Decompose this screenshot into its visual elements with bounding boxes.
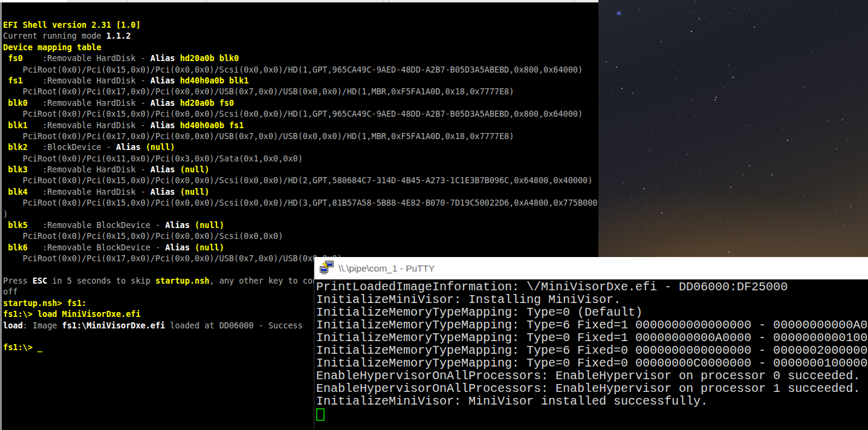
efi-terminal-line: blk5 :Removable BlockDevice - Alias (nul… xyxy=(3,220,598,230)
putty-app-icon xyxy=(320,261,334,276)
putty-titlebar[interactable]: \\.\pipe\com_1 - PuTTY xyxy=(314,257,868,279)
putty-terminal-line: InitializeMemoryTypeMapping: Type=6 Fixe… xyxy=(316,319,868,331)
efi-terminal-line: PciRoot(0x0)/Pci(0x17,0x0)/Pci(0x0,0x0)/… xyxy=(3,131,598,142)
efi-terminal-line: EFI Shell version 2.31 [1.0] xyxy=(3,19,598,30)
putty-window: \\.\pipe\com_1 - PuTTY PrintLoadedImageI… xyxy=(314,257,868,430)
efi-terminal-line: blk2 :BlockDevice - Alias (null) xyxy=(3,142,598,152)
efi-terminal-line: Current running mode 1.1.2 xyxy=(3,30,598,41)
efi-terminal-line: blk3 :Removable HardDisk - Alias (null) xyxy=(3,164,598,175)
putty-terminal[interactable]: PrintLoadedImageInformation: \/MiniVisor… xyxy=(314,279,868,430)
putty-terminal-line: InitializeMiniVisor: Installing MiniViso… xyxy=(316,293,868,306)
efi-terminal-line: PciRoot(0x0)/Pci(0x11,0x0)/Pci(0x3,0x0)/… xyxy=(3,153,598,164)
efi-terminal-line: PciRoot(0x0)/Pci(0x15,0x0)/Pci(0x0,0x0)/… xyxy=(3,197,598,208)
bright-blue-star xyxy=(618,12,620,15)
efi-terminal-line: blk4 :Removable HardDisk - Alias (null) xyxy=(3,186,598,197)
efi-terminal-line: PciRoot(0x0)/Pci(0x15,0x0)/Pci(0x0,0x0)/… xyxy=(3,64,598,75)
putty-terminal-line: InitializeMemoryTypeMapping: Type=6 Fixe… xyxy=(316,344,868,357)
efi-terminal-line: PciRoot(0x0)/Pci(0x15,0x0)/Pci(0x0,0x0)/… xyxy=(3,175,598,186)
desktop: EFI Shell version 2.31 [1.0]Current runn… xyxy=(0,0,868,430)
efi-terminal-line: PciRoot(0x0)/Pci(0x15,0x0)/Pci(0x0,0x0)/… xyxy=(3,108,598,119)
efi-terminal-line: fs0 :Removable HardDisk - Alias hd20a0b … xyxy=(3,53,598,64)
putty-terminal-line: InitializeMemoryTypeMapping: Type=0 Fixe… xyxy=(316,331,868,344)
horizon-glow xyxy=(598,184,868,257)
putty-terminal-line: InitializeMiniVisor: MiniVisor installed… xyxy=(316,395,868,408)
efi-terminal-line: PciRoot(0x0)/Pci(0x15,0x0)/Pci(0x0,0x0)/… xyxy=(3,230,598,241)
putty-text-cursor xyxy=(316,408,325,421)
putty-window-title: \\.\pipe\com_1 - PuTTY xyxy=(338,263,435,274)
putty-terminal-line: InitializeMemoryTypeMapping: Type=0 (Def… xyxy=(316,306,868,319)
efi-terminal-line: fs1 :Removable HardDisk - Alias hd40h0a0… xyxy=(3,75,598,86)
putty-terminal-line: EnableHypervisorOnAllProcessors: EnableH… xyxy=(316,382,868,395)
putty-terminal-line: InitializeMemoryTypeMapping: Type=0 Fixe… xyxy=(316,357,868,370)
efi-terminal-line: blk1 :Removable HardDisk - Alias hd40h0a… xyxy=(3,120,598,131)
putty-terminal-line: PrintLoadedImageInformation: \/MiniVisor… xyxy=(316,281,868,293)
putty-terminal-line: EnableHypervisorOnAllProcessors: EnableH… xyxy=(316,370,868,382)
efi-terminal-line: PciRoot(0x0)/Pci(0x17,0x0)/Pci(0x0,0x0)/… xyxy=(3,86,598,97)
desktop-wallpaper-starfield xyxy=(598,0,868,257)
efi-terminal-line: blk0 :Removable HardDisk - Alias hd20a0b… xyxy=(3,97,598,108)
efi-terminal-line: blk6 :Removable BlockDevice - Alias (nul… xyxy=(3,242,598,253)
efi-terminal-line: Device mapping table xyxy=(3,42,598,53)
efi-terminal-line: ) xyxy=(3,209,598,220)
